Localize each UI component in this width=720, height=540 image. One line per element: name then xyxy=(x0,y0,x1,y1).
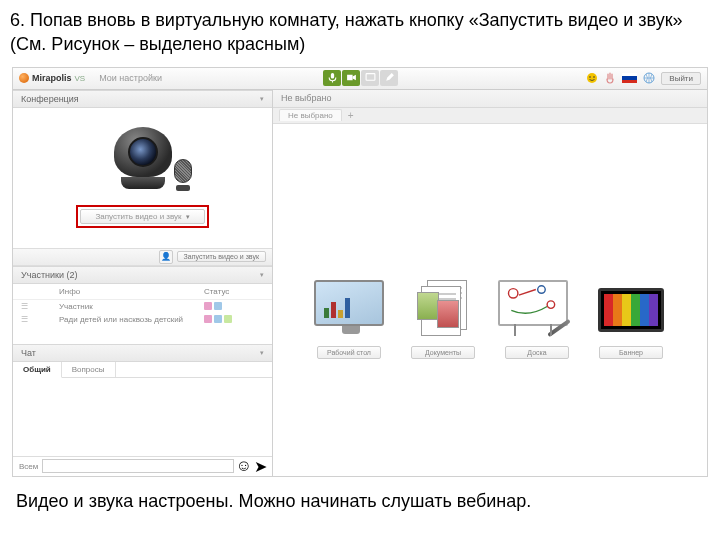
brand-suffix: VS xyxy=(75,74,86,83)
conference-panel-header: Конференция ▾ xyxy=(13,90,272,108)
globe-icon[interactable] xyxy=(643,72,655,84)
app-screenshot: Mirapolis VS Мои настройки Выйти xyxy=(12,67,708,477)
participants-list: Инфо Статус ☰ Участник ☰ Ради детей или … xyxy=(13,284,272,344)
microphone-icon xyxy=(174,159,192,191)
top-bar: Mirapolis VS Мои настройки Выйти xyxy=(13,68,707,90)
flag-ru-icon[interactable] xyxy=(622,73,637,83)
conclusion-text: Видео и звука настроены. Можно начинать … xyxy=(10,491,710,512)
board-label: Доска xyxy=(505,346,569,359)
svg-rect-2 xyxy=(366,74,375,81)
col-status: Статус xyxy=(204,287,264,296)
participant-row[interactable]: ☰ Ради детей или насквозь детский xyxy=(13,313,272,326)
chat-input[interactable] xyxy=(42,459,234,473)
banner-label: Баннер xyxy=(599,346,663,359)
step-instruction: 6. Попав вновь в виртуальную комнату, на… xyxy=(10,8,710,57)
chat-panel-header: Чат ▾ xyxy=(13,344,272,362)
camera-icon[interactable] xyxy=(342,70,360,86)
content-tabs: Не выбрано + xyxy=(273,108,707,124)
banner-card[interactable]: Баннер xyxy=(592,280,670,359)
participants-title: Участники (2) xyxy=(21,270,78,280)
launch-av-highlight: Запустить видео и звук xyxy=(76,205,208,228)
col-info: Инфо xyxy=(59,287,204,296)
mic-icon[interactable] xyxy=(323,70,341,86)
svg-point-5 xyxy=(594,76,596,78)
svg-point-9 xyxy=(547,301,555,309)
webcam-icon xyxy=(114,127,172,189)
participants-panel-header: Участники (2) ▾ xyxy=(13,266,272,284)
conference-title: Конференция xyxy=(21,94,79,104)
svg-point-7 xyxy=(508,289,517,298)
brand-name: Mirapolis xyxy=(32,73,72,83)
caret-icon[interactable]: ▾ xyxy=(260,349,264,357)
desktop-label: Рабочий стол xyxy=(317,346,381,359)
caret-icon[interactable]: ▾ xyxy=(260,271,264,279)
tab-general[interactable]: Общий xyxy=(13,362,62,378)
documents-label: Документы xyxy=(411,346,475,359)
exit-button[interactable]: Выйти xyxy=(661,72,701,85)
breadcrumb: Мои настройки xyxy=(99,73,162,83)
content-header-label: Не выбрано xyxy=(281,93,331,103)
svg-point-8 xyxy=(538,286,546,294)
launch-av-button[interactable]: Запустить видео и звук xyxy=(80,209,204,224)
conference-toolbar: 👤 Запустить видео и звук xyxy=(13,248,272,266)
participant-row[interactable]: ☰ Участник xyxy=(13,300,272,313)
desktop-card[interactable]: Рабочий стол xyxy=(310,280,388,359)
participant-name: Ради детей или насквозь детский xyxy=(59,315,204,324)
add-tab-icon[interactable]: + xyxy=(348,110,354,121)
chat-to-label: Всем xyxy=(19,462,38,471)
content-tab[interactable]: Не выбрано xyxy=(279,109,342,121)
app-logo: Mirapolis VS xyxy=(19,73,85,83)
content-header: Не выбрано xyxy=(273,90,707,108)
documents-card[interactable]: Документы xyxy=(404,280,482,359)
chat-panel: Общий Вопросы Всем ☺ ➤ xyxy=(13,362,272,476)
chat-title: Чат xyxy=(21,348,36,358)
caret-icon[interactable]: ▾ xyxy=(260,95,264,103)
svg-point-3 xyxy=(587,73,597,83)
logo-icon xyxy=(19,73,29,83)
participant-name: Участник xyxy=(59,302,204,311)
svg-point-4 xyxy=(590,76,592,78)
tab-questions[interactable]: Вопросы xyxy=(62,362,116,377)
screen-icon[interactable] xyxy=(361,70,379,86)
conference-preview: Запустить видео и звук xyxy=(13,108,272,248)
smiley-icon[interactable] xyxy=(586,72,598,84)
emoji-icon[interactable]: ☺ xyxy=(238,460,250,472)
hand-icon[interactable] xyxy=(604,72,616,84)
board-card[interactable]: Доска xyxy=(498,280,576,359)
launch-av-small-button[interactable]: Запустить видео и звук xyxy=(177,251,266,262)
pencil-icon[interactable] xyxy=(380,70,398,86)
send-icon[interactable]: ➤ xyxy=(254,460,266,472)
user-add-icon[interactable]: 👤 xyxy=(159,250,173,264)
svg-rect-1 xyxy=(347,75,353,81)
svg-rect-0 xyxy=(330,73,333,79)
